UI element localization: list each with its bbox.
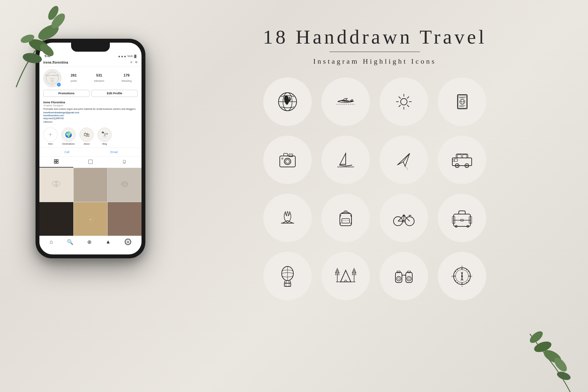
svg-point-116	[398, 278, 400, 280]
svg-rect-77	[342, 219, 350, 223]
sun-icon-circle[interactable]	[380, 77, 428, 126]
status-time: 9:41	[45, 54, 50, 58]
paper-plane-icon-circle[interactable]	[380, 136, 428, 184]
airplane-icon-circle[interactable]	[321, 77, 370, 126]
destinations-label: Destinations	[62, 143, 75, 145]
battery-icon: ▓	[134, 55, 136, 58]
signal-icon: ▲▲▲	[118, 55, 127, 58]
svg-line-101	[286, 281, 286, 283]
suitcase-icon-circle[interactable]	[438, 194, 486, 242]
promotions-button[interactable]: Promotions	[43, 90, 89, 97]
highlight-new[interactable]: + New	[43, 128, 58, 145]
activity-nav-icon[interactable]: ▲	[106, 239, 111, 245]
svg-text:IRENE FLORENTINA: IRENE FLORENTINA	[46, 75, 59, 76]
svg-text:PASSPORT: PASSPORT	[458, 96, 466, 98]
title-area: 18 Handdrawn Travel Instagram Highlight …	[181, 26, 569, 66]
hot-air-balloon-icon-circle[interactable]	[263, 252, 312, 300]
svg-point-35	[346, 101, 347, 102]
photo-logo-1: NHAI BAKERY	[50, 180, 62, 190]
profile-nav-icon[interactable]: ●	[125, 239, 131, 245]
add-nav-icon[interactable]: ⊕	[87, 239, 91, 245]
svg-line-46	[399, 105, 401, 107]
content-tab-bar	[39, 157, 142, 168]
sailboat-icon-circle[interactable]	[321, 136, 370, 184]
svg-point-60	[282, 158, 283, 159]
passport-icon-circle[interactable]: PASSPORT	[438, 77, 486, 126]
followers-stat: 531 followers	[94, 73, 104, 83]
profile-bio-text: Premade and custom logos and print mater…	[43, 108, 138, 111]
highlight-about[interactable]: 🛍 About	[79, 128, 94, 145]
svg-text:N: N	[461, 265, 463, 268]
svg-line-45	[407, 97, 409, 98]
search-nav-icon[interactable]: 🔍	[67, 239, 73, 245]
svg-line-102	[289, 281, 289, 283]
svg-rect-17	[54, 160, 56, 161]
highlight-destinations[interactable]: 🌍 Destinations	[61, 128, 76, 145]
photo-cell-5[interactable]: ☕	[74, 202, 108, 236]
menu-icon[interactable]: ≡	[135, 60, 138, 65]
grid-tab[interactable]	[39, 157, 73, 168]
email-button[interactable]: Email	[90, 149, 138, 155]
about-label: About	[84, 143, 89, 145]
bicycle-icon-circle[interactable]	[380, 194, 428, 242]
compass-icon-circle[interactable]: N S W E	[438, 252, 486, 300]
svg-text:S: S	[461, 285, 463, 287]
home-nav-icon[interactable]: ⌂	[50, 239, 53, 245]
svg-rect-103	[284, 283, 291, 286]
highlights-section: + New 🌍 Destinations 🛍 About 🔭 Blog	[39, 125, 142, 148]
call-button[interactable]: Call	[43, 149, 90, 155]
camera-icon-circle[interactable]	[263, 136, 312, 184]
svg-point-135	[461, 275, 463, 277]
posts-count: 261	[71, 73, 77, 77]
svg-rect-21	[89, 160, 92, 164]
edit-profile-button[interactable]: Edit Profile	[91, 90, 138, 97]
svg-point-58	[286, 160, 289, 163]
svg-line-100	[290, 281, 291, 283]
avatar-wrapper: IRENE FLORENTINA DESIGN +	[43, 69, 61, 87]
profile-section: IRENE FLORENTINA DESIGN + 261	[39, 67, 142, 99]
svg-point-34	[345, 101, 346, 102]
destinations-highlight-circle: 🌍	[61, 128, 76, 142]
followers-count: 531	[94, 73, 104, 77]
highlight-blog[interactable]: 🔭 Blog	[98, 128, 112, 145]
add-story-button[interactable]: +	[56, 82, 61, 87]
icons-grid: PASSPORT	[178, 77, 575, 304]
profile-email[interactable]: ireneflorentinadesign@gmail.com	[43, 111, 138, 114]
tagged-tab[interactable]	[108, 157, 142, 168]
svg-line-82	[404, 215, 410, 221]
globe-icon-circle[interactable]	[263, 77, 312, 126]
instagram-header: irene.florentina + ≡	[39, 58, 142, 67]
new-highlight-circle: +	[43, 128, 58, 142]
photo-cell-3[interactable]: DESIGN	[108, 168, 142, 202]
photo-cell-6[interactable]	[108, 202, 142, 236]
photo-cell-1[interactable]: NHAI BAKERY	[39, 168, 73, 202]
tent-icon-circle[interactable]	[321, 252, 370, 300]
photo-cell-4[interactable]	[39, 202, 73, 236]
svg-rect-19	[54, 162, 56, 163]
plus-icon[interactable]: +	[130, 60, 132, 65]
bio-section: Irene Florentina Graphic Designer Premad…	[39, 99, 142, 125]
following-stat: 179 following	[121, 73, 131, 83]
svg-rect-65	[457, 155, 461, 158]
blog-label: Blog	[102, 143, 107, 145]
subtitle: Instagram Highlight Icons	[181, 57, 569, 66]
stats-row: 261 posts 531 followers 179 following	[65, 73, 138, 83]
binoculars-icon-circle[interactable]	[380, 252, 428, 300]
van-icon-circle[interactable]	[438, 136, 486, 184]
profile-top-row: IRENE FLORENTINA DESIGN + 261	[43, 69, 138, 87]
profile-website[interactable]: ireneflorentina.com	[43, 114, 138, 117]
svg-rect-20	[57, 162, 58, 163]
svg-rect-56	[280, 156, 295, 167]
campfire-icon-circle[interactable]	[263, 194, 312, 242]
status-bar: 9:41 ▲▲▲ WiFi ▓	[39, 52, 142, 58]
backpack-icon-circle[interactable]	[321, 194, 370, 242]
instagram-username: irene.florentina	[43, 61, 68, 64]
phone-notch	[71, 43, 110, 52]
profile-name: Irene Florentina	[43, 101, 138, 104]
photo-grid: NHAI BAKERY DESIGN ☕	[39, 168, 142, 236]
photo-cell-2[interactable]	[74, 168, 108, 202]
about-highlight-circle: 🛍	[79, 128, 94, 142]
profile-etsy[interactable]: etsy.me/2QJMFOD	[43, 117, 138, 120]
reels-tab[interactable]	[73, 157, 107, 168]
phone-mockup: 9:41 ▲▲▲ WiFi ▓ irene.florentina + ≡	[36, 39, 145, 258]
